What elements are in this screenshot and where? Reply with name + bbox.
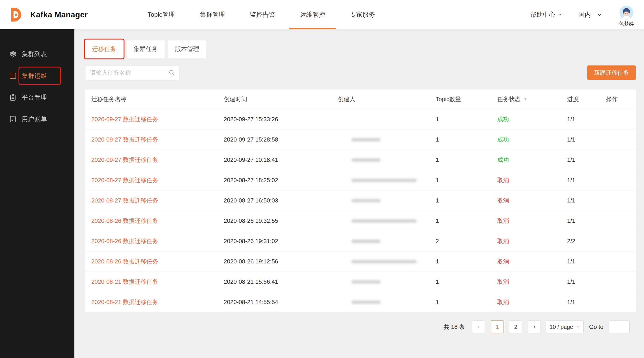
page-button-2[interactable]: 2	[509, 320, 522, 333]
cell-creator	[338, 231, 436, 251]
table-row: 2020-09-27 数据迁移任务2020-09-27 15:28:581成功1…	[85, 129, 636, 150]
help-center-menu[interactable]: 帮助中心	[530, 11, 562, 19]
cell-topic-count: 1	[436, 150, 497, 170]
brand: Kafka Manager	[0, 5, 88, 24]
cell-create-time: 2020-08-26 19:31:02	[224, 231, 338, 251]
avatar	[620, 6, 634, 20]
column-label: 进度	[567, 96, 579, 103]
nav-item-expert[interactable]: 专家服务	[338, 0, 388, 29]
task-name-link[interactable]: 2020-09-27 数据迁移任务	[91, 136, 158, 143]
region-menu[interactable]: 国内	[578, 11, 603, 19]
task-name-link[interactable]: 2020-08-27 数据迁移任务	[91, 197, 158, 204]
cell-creator	[338, 190, 436, 211]
total-count: 共 18 条	[444, 323, 465, 331]
page-size-value: 10 / page	[550, 324, 573, 330]
sidebar-item-cluster-list[interactable]: 集群列表	[0, 43, 74, 65]
table-row: 2020-08-21 数据迁移任务2020-08-21 15:56:411取消1…	[85, 271, 636, 292]
cell-create-time: 2020-08-27 16:50:03	[224, 190, 338, 211]
cell-actions	[606, 190, 636, 211]
task-name-link[interactable]: 2020-08-26 数据迁移任务	[91, 217, 158, 224]
cell-task-name: 2020-08-27 数据迁移任务	[85, 170, 224, 190]
task-name-link[interactable]: 2020-08-21 数据迁移任务	[91, 278, 158, 285]
pagination: 共 18 条 12 10 / page Go to	[85, 320, 636, 333]
cell-task-status: 取消	[497, 211, 567, 231]
task-name-link[interactable]: 2020-08-26 数据迁移任务	[91, 238, 158, 244]
task-name-link[interactable]: 2020-09-27 数据迁移任务	[91, 156, 158, 163]
cell-actions	[606, 129, 636, 150]
nav-item-ops[interactable]: 运维管控	[288, 0, 338, 29]
table-row: 2020-08-26 数据迁移任务2020-08-26 19:12:561取消1…	[85, 251, 636, 271]
help-center-label: 帮助中心	[530, 11, 556, 19]
search-icon[interactable]	[168, 69, 175, 76]
tab-migration[interactable]: 迁移任务	[85, 40, 123, 58]
page-size-select[interactable]: 10 / page	[546, 320, 584, 333]
task-name-link[interactable]: 2020-09-27 数据迁移任务	[91, 116, 158, 123]
cell-creator	[338, 129, 436, 150]
tab-label: 版本管理	[175, 45, 199, 53]
cell-create-time: 2020-09-27 10:18:41	[224, 150, 338, 170]
cell-task-status: 取消	[497, 271, 567, 292]
cell-creator	[338, 211, 436, 231]
sidebar-item-cluster-ops[interactable]: 集群运维	[0, 65, 74, 87]
column-header-progress: 进度	[567, 90, 606, 109]
nav-item-topic[interactable]: Topic管理	[135, 0, 187, 29]
search-input[interactable]	[90, 69, 168, 77]
cluster-ops-icon	[9, 72, 17, 80]
redacted-creator	[351, 179, 417, 182]
user-profile[interactable]: 包梦婷	[618, 6, 634, 27]
tab-label: 集群任务	[134, 45, 158, 53]
column-header-actions: 操作	[606, 90, 636, 109]
next-page-button[interactable]	[528, 320, 541, 333]
filter-icon[interactable]	[523, 96, 528, 103]
cell-task-name: 2020-08-21 数据迁移任务	[85, 271, 224, 292]
task-name-link[interactable]: 2020-08-21 数据迁移任务	[91, 299, 158, 305]
cell-task-status: 成功	[497, 150, 567, 170]
redacted-creator	[351, 138, 381, 142]
platform-icon	[9, 94, 17, 101]
cell-task-status: 取消	[497, 231, 567, 251]
table-row: 2020-08-21 数据迁移任务2020-08-21 14:55:541取消1…	[85, 292, 636, 312]
prev-page-button[interactable]	[472, 320, 485, 333]
goto-page-input[interactable]	[609, 320, 630, 333]
cell-task-status: 取消	[497, 251, 567, 271]
task-name-link[interactable]: 2020-08-27 数据迁移任务	[91, 177, 158, 184]
table-row: 2020-09-27 数据迁移任务2020-09-27 15:33:261成功1…	[85, 109, 636, 129]
status-text: 取消	[497, 177, 509, 184]
sidebar-item-billing[interactable]: 用户账单	[0, 108, 74, 130]
status-text: 成功	[497, 136, 509, 143]
tab-bar: 迁移任务集群任务版本管理	[85, 40, 636, 58]
nav-item-monitor[interactable]: 监控告警	[238, 0, 288, 29]
create-migration-task-button[interactable]: 新建迁移任务	[587, 66, 636, 80]
nav-item-cluster[interactable]: 集群管理	[188, 0, 238, 29]
page-button-1[interactable]: 1	[491, 320, 504, 333]
status-text: 取消	[497, 238, 509, 244]
column-header-topic-count: Topic数量	[436, 90, 497, 109]
app-header: Kafka Manager Topic管理集群管理监控告警运维管控专家服务 帮助…	[0, 0, 644, 29]
column-label: 创建人	[338, 96, 355, 103]
cell-task-name: 2020-09-27 数据迁移任务	[85, 150, 224, 170]
cell-task-status: 取消	[497, 292, 567, 312]
table-row: 2020-09-27 数据迁移任务2020-09-27 10:18:411成功1…	[85, 150, 636, 170]
cell-create-time: 2020-09-27 15:28:58	[224, 129, 338, 150]
cell-progress: 1/1	[567, 292, 606, 312]
tab-cluster-task[interactable]: 集群任务	[127, 40, 164, 58]
cell-progress: 1/1	[567, 271, 606, 292]
cell-topic-count: 1	[436, 109, 497, 129]
column-label: Topic数量	[436, 96, 461, 103]
cell-task-status: 成功	[497, 109, 567, 129]
cell-create-time: 2020-08-21 15:56:41	[224, 271, 338, 292]
sidebar-item-platform[interactable]: 平台管理	[0, 87, 74, 108]
cell-task-status: 成功	[497, 129, 567, 150]
cell-topic-count: 2	[436, 231, 497, 251]
column-label: 操作	[606, 96, 618, 103]
cell-creator	[338, 109, 436, 129]
task-name-link[interactable]: 2020-08-26 数据迁移任务	[91, 258, 158, 265]
app-logo-icon	[6, 5, 25, 24]
table-row: 2020-08-26 数据迁移任务2020-08-26 19:31:022取消2…	[85, 231, 636, 251]
cell-creator	[338, 271, 436, 292]
chevron-down-icon	[596, 11, 603, 18]
sidebar-item-label: 集群运维	[22, 72, 47, 80]
tab-version[interactable]: 版本管理	[168, 40, 206, 58]
redacted-creator	[351, 239, 381, 243]
cell-progress: 1/1	[567, 170, 606, 190]
